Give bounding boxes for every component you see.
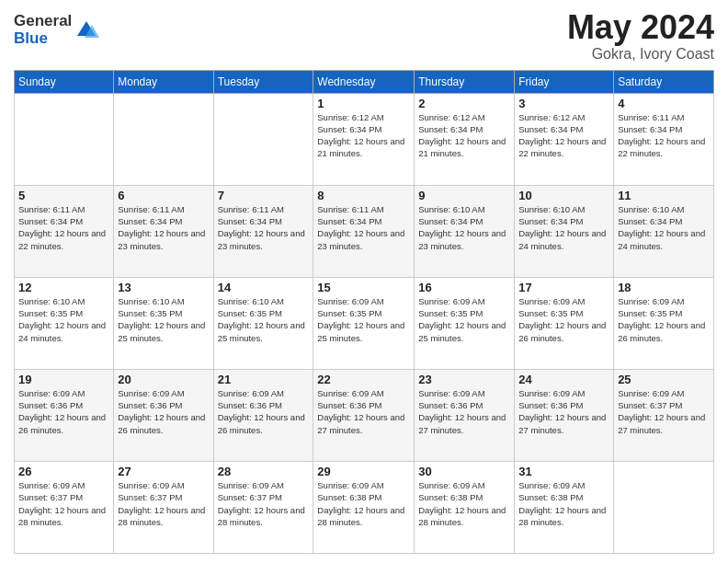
col-monday: Monday [114, 70, 213, 93]
day-number: 11 [618, 189, 710, 202]
day-number: 21 [218, 373, 310, 386]
day-number: 27 [118, 465, 209, 478]
calendar-cell: 17Sunrise: 6:09 AM Sunset: 6:35 PM Dayli… [515, 277, 614, 369]
day-info: Sunrise: 6:09 AM Sunset: 6:35 PM Dayligh… [317, 295, 410, 344]
calendar-cell: 28Sunrise: 6:09 AM Sunset: 6:37 PM Dayli… [213, 461, 313, 553]
day-info: Sunrise: 6:09 AM Sunset: 6:35 PM Dayligh… [618, 295, 710, 344]
calendar-week-row: 12Sunrise: 6:10 AM Sunset: 6:35 PM Dayli… [15, 277, 714, 369]
calendar-cell: 16Sunrise: 6:09 AM Sunset: 6:35 PM Dayli… [415, 277, 515, 369]
calendar-cell: 29Sunrise: 6:09 AM Sunset: 6:38 PM Dayli… [313, 461, 415, 553]
day-info: Sunrise: 6:09 AM Sunset: 6:38 PM Dayligh… [518, 479, 609, 528]
title-block: May 2024 Gokra, Ivory Coast [567, 9, 714, 63]
calendar-cell: 22Sunrise: 6:09 AM Sunset: 6:36 PM Dayli… [313, 369, 415, 461]
day-number: 31 [518, 465, 609, 478]
calendar-cell: 2Sunrise: 6:12 AM Sunset: 6:34 PM Daylig… [415, 93, 515, 185]
logo-text: General Blue [14, 13, 72, 47]
day-number: 20 [118, 373, 209, 386]
day-info: Sunrise: 6:10 AM Sunset: 6:35 PM Dayligh… [118, 295, 209, 344]
logo-general: General [14, 13, 72, 30]
day-number: 3 [518, 97, 609, 110]
day-info: Sunrise: 6:11 AM Sunset: 6:34 PM Dayligh… [118, 203, 209, 252]
day-number: 28 [218, 465, 310, 478]
calendar-cell: 4Sunrise: 6:11 AM Sunset: 6:34 PM Daylig… [614, 93, 714, 185]
day-info: Sunrise: 6:12 AM Sunset: 6:34 PM Dayligh… [317, 111, 410, 160]
calendar-cell: 13Sunrise: 6:10 AM Sunset: 6:35 PM Dayli… [114, 277, 213, 369]
col-tuesday: Tuesday [213, 70, 313, 93]
calendar-cell: 6Sunrise: 6:11 AM Sunset: 6:34 PM Daylig… [114, 185, 213, 277]
calendar-cell: 23Sunrise: 6:09 AM Sunset: 6:36 PM Dayli… [415, 369, 515, 461]
calendar-cell [213, 93, 313, 185]
calendar-cell: 11Sunrise: 6:10 AM Sunset: 6:34 PM Dayli… [614, 185, 714, 277]
day-info: Sunrise: 6:09 AM Sunset: 6:37 PM Dayligh… [618, 387, 710, 436]
col-saturday: Saturday [614, 70, 714, 93]
day-number: 18 [618, 281, 710, 294]
day-info: Sunrise: 6:09 AM Sunset: 6:36 PM Dayligh… [218, 387, 310, 436]
day-info: Sunrise: 6:10 AM Sunset: 6:34 PM Dayligh… [418, 203, 510, 252]
col-thursday: Thursday [415, 70, 515, 93]
day-info: Sunrise: 6:09 AM Sunset: 6:36 PM Dayligh… [118, 387, 209, 436]
day-info: Sunrise: 6:11 AM Sunset: 6:34 PM Dayligh… [618, 111, 710, 160]
day-info: Sunrise: 6:09 AM Sunset: 6:36 PM Dayligh… [18, 387, 109, 436]
day-info: Sunrise: 6:10 AM Sunset: 6:34 PM Dayligh… [518, 203, 609, 252]
day-number: 2 [418, 97, 510, 110]
day-info: Sunrise: 6:10 AM Sunset: 6:35 PM Dayligh… [218, 295, 310, 344]
calendar-cell: 21Sunrise: 6:09 AM Sunset: 6:36 PM Dayli… [213, 369, 313, 461]
calendar-cell: 31Sunrise: 6:09 AM Sunset: 6:38 PM Dayli… [515, 461, 614, 553]
day-number: 25 [618, 373, 710, 386]
day-info: Sunrise: 6:09 AM Sunset: 6:37 PM Dayligh… [118, 479, 209, 528]
calendar-week-row: 19Sunrise: 6:09 AM Sunset: 6:36 PM Dayli… [15, 369, 714, 461]
day-info: Sunrise: 6:09 AM Sunset: 6:35 PM Dayligh… [518, 295, 609, 344]
day-number: 26 [18, 465, 109, 478]
day-number: 9 [418, 189, 510, 202]
day-info: Sunrise: 6:09 AM Sunset: 6:36 PM Dayligh… [518, 387, 609, 436]
header-row: Sunday Monday Tuesday Wednesday Thursday… [15, 70, 714, 93]
day-info: Sunrise: 6:10 AM Sunset: 6:34 PM Dayligh… [618, 203, 710, 252]
day-info: Sunrise: 6:09 AM Sunset: 6:37 PM Dayligh… [218, 479, 310, 528]
calendar-cell: 5Sunrise: 6:11 AM Sunset: 6:34 PM Daylig… [15, 185, 114, 277]
day-number: 23 [418, 373, 510, 386]
day-number: 1 [317, 97, 410, 110]
calendar-cell [15, 93, 114, 185]
day-number: 22 [317, 373, 410, 386]
calendar-cell: 19Sunrise: 6:09 AM Sunset: 6:36 PM Dayli… [15, 369, 114, 461]
day-number: 30 [418, 465, 510, 478]
day-number: 15 [317, 281, 410, 294]
calendar-week-row: 26Sunrise: 6:09 AM Sunset: 6:37 PM Dayli… [15, 461, 714, 553]
day-info: Sunrise: 6:09 AM Sunset: 6:35 PM Dayligh… [418, 295, 510, 344]
calendar-week-row: 5Sunrise: 6:11 AM Sunset: 6:34 PM Daylig… [15, 185, 714, 277]
calendar-cell: 10Sunrise: 6:10 AM Sunset: 6:34 PM Dayli… [515, 185, 614, 277]
col-wednesday: Wednesday [313, 70, 415, 93]
logo-icon [74, 17, 99, 43]
logo-blue: Blue [14, 30, 72, 48]
calendar-cell: 15Sunrise: 6:09 AM Sunset: 6:35 PM Dayli… [313, 277, 415, 369]
col-sunday: Sunday [15, 70, 114, 93]
calendar-cell: 30Sunrise: 6:09 AM Sunset: 6:38 PM Dayli… [415, 461, 515, 553]
day-number: 19 [18, 373, 109, 386]
calendar-cell: 7Sunrise: 6:11 AM Sunset: 6:34 PM Daylig… [213, 185, 313, 277]
day-info: Sunrise: 6:09 AM Sunset: 6:36 PM Dayligh… [317, 387, 410, 436]
day-info: Sunrise: 6:09 AM Sunset: 6:38 PM Dayligh… [418, 479, 510, 528]
day-info: Sunrise: 6:10 AM Sunset: 6:35 PM Dayligh… [18, 295, 109, 344]
calendar-cell: 18Sunrise: 6:09 AM Sunset: 6:35 PM Dayli… [614, 277, 714, 369]
day-number: 24 [518, 373, 609, 386]
calendar-week-row: 1Sunrise: 6:12 AM Sunset: 6:34 PM Daylig… [15, 93, 714, 185]
calendar-cell: 24Sunrise: 6:09 AM Sunset: 6:36 PM Dayli… [515, 369, 614, 461]
day-number: 16 [418, 281, 510, 294]
day-number: 12 [18, 281, 109, 294]
calendar-cell: 14Sunrise: 6:10 AM Sunset: 6:35 PM Dayli… [213, 277, 313, 369]
calendar-cell: 12Sunrise: 6:10 AM Sunset: 6:35 PM Dayli… [15, 277, 114, 369]
day-info: Sunrise: 6:09 AM Sunset: 6:38 PM Dayligh… [317, 479, 410, 528]
day-info: Sunrise: 6:11 AM Sunset: 6:34 PM Dayligh… [317, 203, 410, 252]
day-info: Sunrise: 6:12 AM Sunset: 6:34 PM Dayligh… [418, 111, 510, 160]
calendar-cell: 9Sunrise: 6:10 AM Sunset: 6:34 PM Daylig… [415, 185, 515, 277]
day-number: 5 [18, 189, 109, 202]
day-number: 6 [118, 189, 209, 202]
day-number: 13 [118, 281, 209, 294]
calendar-cell: 1Sunrise: 6:12 AM Sunset: 6:34 PM Daylig… [313, 93, 415, 185]
calendar-cell [614, 461, 714, 553]
day-info: Sunrise: 6:12 AM Sunset: 6:34 PM Dayligh… [518, 111, 609, 160]
calendar-cell: 26Sunrise: 6:09 AM Sunset: 6:37 PM Dayli… [15, 461, 114, 553]
calendar-cell: 3Sunrise: 6:12 AM Sunset: 6:34 PM Daylig… [515, 93, 614, 185]
calendar-cell: 20Sunrise: 6:09 AM Sunset: 6:36 PM Dayli… [114, 369, 213, 461]
day-info: Sunrise: 6:09 AM Sunset: 6:37 PM Dayligh… [18, 479, 109, 528]
